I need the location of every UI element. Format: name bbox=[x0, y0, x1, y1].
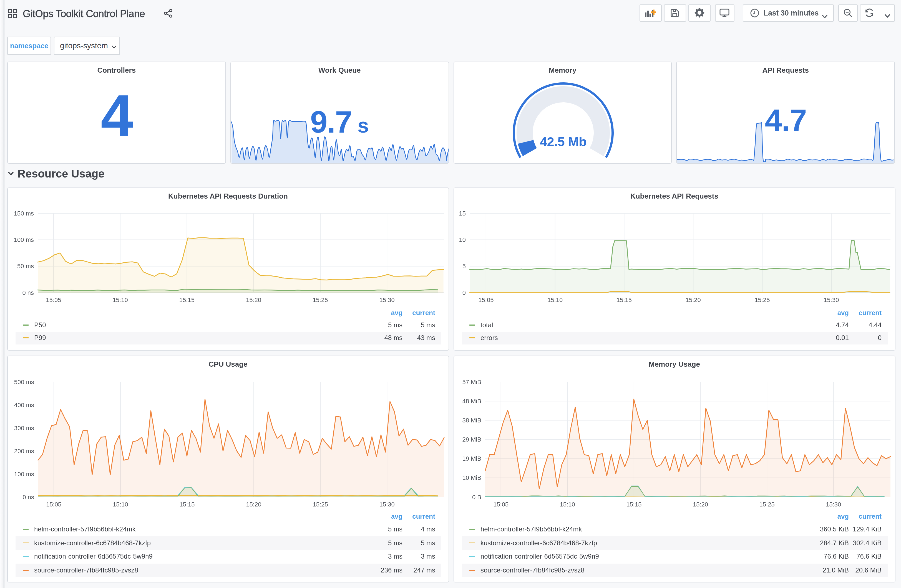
svg-text:15:25: 15:25 bbox=[313, 296, 328, 303]
svg-text:100 ms: 100 ms bbox=[14, 471, 34, 478]
svg-text:15:30: 15:30 bbox=[379, 501, 395, 508]
svg-text:15:05: 15:05 bbox=[46, 296, 61, 303]
svg-text:38 MiB: 38 MiB bbox=[463, 417, 481, 424]
svg-text:15:10: 15:10 bbox=[113, 296, 128, 303]
svg-text:15:10: 15:10 bbox=[560, 501, 575, 508]
svg-text:15: 15 bbox=[459, 210, 466, 216]
svg-text:5: 5 bbox=[463, 262, 466, 269]
svg-text:0 B: 0 B bbox=[472, 494, 481, 501]
svg-text:15:30: 15:30 bbox=[826, 501, 841, 508]
svg-text:0: 0 bbox=[463, 289, 466, 296]
svg-text:15:25: 15:25 bbox=[755, 296, 770, 303]
svg-text:15:15: 15:15 bbox=[616, 296, 632, 303]
svg-text:15:20: 15:20 bbox=[693, 501, 708, 508]
svg-text:15:20: 15:20 bbox=[686, 296, 701, 303]
svg-text:15:05: 15:05 bbox=[478, 296, 494, 303]
svg-text:15:30: 15:30 bbox=[823, 296, 839, 303]
svg-text:0 ns: 0 ns bbox=[22, 494, 34, 501]
svg-text:15:05: 15:05 bbox=[46, 501, 61, 508]
svg-text:400 ms: 400 ms bbox=[14, 401, 34, 409]
svg-text:15:20: 15:20 bbox=[246, 296, 261, 303]
svg-text:15:10: 15:10 bbox=[113, 501, 128, 508]
svg-text:15:25: 15:25 bbox=[759, 501, 775, 508]
svg-text:15:25: 15:25 bbox=[313, 501, 328, 508]
svg-text:0 ns: 0 ns bbox=[22, 289, 34, 296]
svg-text:300 ms: 300 ms bbox=[14, 425, 34, 432]
svg-text:10: 10 bbox=[459, 236, 466, 243]
svg-text:42.5 Mb: 42.5 Mb bbox=[539, 134, 586, 149]
svg-text:100 ms: 100 ms bbox=[14, 236, 34, 243]
svg-text:48 MiB: 48 MiB bbox=[463, 398, 481, 404]
svg-text:57 MiB: 57 MiB bbox=[463, 379, 481, 386]
svg-text:15:30: 15:30 bbox=[379, 296, 395, 303]
svg-text:15:15: 15:15 bbox=[179, 296, 195, 303]
svg-text:29 MiB: 29 MiB bbox=[463, 436, 481, 443]
svg-text:15:10: 15:10 bbox=[547, 296, 563, 303]
svg-text:150 ms: 150 ms bbox=[14, 210, 34, 216]
svg-text:19 MiB: 19 MiB bbox=[463, 455, 481, 462]
svg-text:15:15: 15:15 bbox=[626, 501, 641, 508]
svg-text:15:20: 15:20 bbox=[246, 501, 262, 508]
svg-text:15:05: 15:05 bbox=[493, 501, 508, 508]
svg-text:200 ms: 200 ms bbox=[14, 448, 34, 454]
svg-text:500 ms: 500 ms bbox=[14, 379, 34, 386]
svg-text:50 ms: 50 ms bbox=[17, 262, 34, 269]
svg-text:15:15: 15:15 bbox=[179, 501, 195, 508]
svg-text:10 MiB: 10 MiB bbox=[463, 474, 481, 481]
